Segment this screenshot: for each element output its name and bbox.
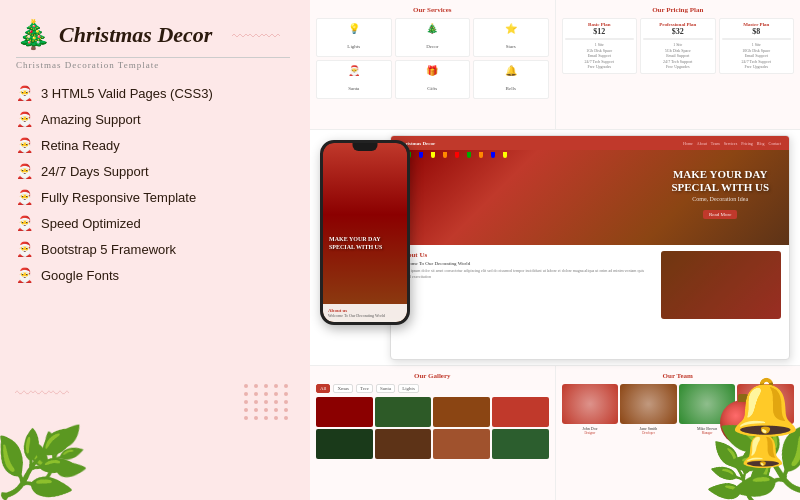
service-icon: 💡 [319, 23, 389, 34]
christmas-light [455, 152, 459, 158]
about-title: About Us [399, 251, 653, 259]
dot [264, 416, 268, 420]
team-member-role: Developer [620, 431, 677, 435]
service-icon: 🎁 [398, 65, 468, 76]
nav-link-contact: Contact [769, 141, 781, 146]
feature-text: Amazing Support [41, 112, 141, 127]
dots-decoration [244, 384, 290, 420]
dot [264, 408, 268, 412]
feature-text: 24/7 Days Support [41, 164, 149, 179]
about-image-overlay [661, 251, 781, 319]
feature-text: Bootstrap 5 Framework [41, 242, 176, 257]
gallery-filter-btn[interactable]: Xmas [333, 384, 353, 393]
dot [274, 392, 278, 396]
plan-features: 1 Site5Gb Disk SpaceEmail Support24/7 Te… [643, 42, 713, 70]
brand-subtitle: Christmas Decoration Template [16, 57, 290, 70]
about-text: About Us Welcome To Our Decorating World… [399, 251, 653, 319]
services-title: Our Services [316, 6, 549, 14]
dot [254, 408, 258, 412]
feature-text: Google Fonts [41, 268, 119, 283]
phone-bottom-bar: About us Welcome To Our Decorating World [323, 304, 407, 322]
about-body: Lorem ipsum dolor sit amet consectetur a… [399, 268, 653, 280]
service-label: Santa [348, 86, 359, 91]
feature-christmas-icon: 🎅 [16, 267, 33, 283]
feature-text: Fully Responsive Template [41, 190, 196, 205]
feature-item-bootstrap: 🎅Bootstrap 5 Framework [16, 236, 290, 262]
nav-link-pricing: Pricing [741, 141, 753, 146]
plan-price: $12 [565, 27, 635, 36]
dot [244, 408, 248, 412]
service-icon: ⭐ [476, 23, 546, 34]
service-icon: 🎄 [398, 23, 468, 34]
phone-about-sub: Welcome To Our Decorating World [328, 313, 402, 318]
christmas-light [491, 152, 495, 158]
service-card: ⭐Stars [473, 18, 549, 57]
services-screenshot: Our Services 💡Lights🎄Decor⭐Stars🎅Santa🎁G… [310, 0, 556, 129]
service-card: 🔔Bells [473, 60, 549, 99]
hero-read-more-button[interactable]: Read More [703, 210, 737, 219]
left-panel: 🎄 Christmas Decor Christmas Decoration T… [0, 0, 310, 500]
service-card: 🎁Gifts [395, 60, 471, 99]
dot [284, 416, 288, 420]
pricing-title: Our Pricing Plan [562, 6, 795, 14]
gallery-item [492, 429, 549, 459]
nav-link-services: Services [724, 141, 738, 146]
dot [274, 384, 278, 388]
team-member-photo [562, 384, 619, 424]
features-list: 🎅3 HTML5 Valid Pages (CSS3)🎅Amazing Supp… [16, 80, 290, 288]
gallery-filters: AllXmasTreeSantaLights [316, 384, 549, 393]
dot [284, 392, 288, 396]
feature-item-support247: 🎅24/7 Days Support [16, 158, 290, 184]
feature-item-speed: 🎅Speed Optimized [16, 210, 290, 236]
nav-link-team: Team [711, 141, 720, 146]
pricing-card: Master Plan $8 1 Site10Gb Disk SpaceEmai… [719, 18, 795, 74]
phone-mockup: MAKE YOUR DAYSPECIAL WITH US About us We… [320, 140, 410, 325]
dot [264, 400, 268, 404]
desktop-nav: Christmas Decor Home About Team Services… [391, 136, 789, 150]
dot [244, 384, 248, 388]
feature-christmas-icon: 🎅 [16, 189, 33, 205]
pricing-screenshot: Our Pricing Plan Basic Plan $12 1 Site1G… [556, 0, 801, 129]
desktop-mockup: Christmas Decor Home About Team Services… [390, 135, 790, 360]
dot [264, 384, 268, 388]
gallery-grid [316, 397, 549, 459]
feature-item-html5: 🎅3 HTML5 Valid Pages (CSS3) [16, 80, 290, 106]
team-member-role: Designer [562, 431, 619, 435]
pricing-grid: Basic Plan $12 1 Site1Gb Disk SpaceEmail… [562, 18, 795, 74]
feature-item-responsive: 🎅Fully Responsive Template [16, 184, 290, 210]
gallery-screenshot: Our Gallery AllXmasTreeSantaLights [310, 366, 556, 500]
gallery-filter-btn[interactable]: Tree [356, 384, 373, 393]
feature-item-retina: 🎅Retina Ready [16, 132, 290, 158]
hero-title: MAKE YOUR DAYSPECIAL WITH US [671, 168, 769, 194]
gallery-item [492, 397, 549, 427]
hero-subtitle: Come, Decoration Idea [671, 196, 769, 202]
gallery-filter-btn[interactable]: Lights [398, 384, 419, 393]
christmas-light [479, 152, 483, 158]
gallery-filter-btn[interactable]: All [316, 384, 330, 393]
gallery-filter-btn[interactable]: Santa [376, 384, 395, 393]
team-screenshot: Our Team John DoeDesignerJane SmithDevel… [556, 366, 801, 500]
christmas-light [431, 152, 435, 158]
dot [254, 400, 258, 404]
service-label: Bells [506, 86, 516, 91]
brand-title: Christmas Decor [59, 22, 212, 48]
feature-christmas-icon: 🎅 [16, 241, 33, 257]
nav-link-home: Home [683, 141, 693, 146]
plan-divider [565, 38, 635, 40]
wave-decoration: 〰〰〰 [232, 28, 280, 46]
brand-tree-icon: 🎄 [16, 18, 51, 51]
feature-text: Speed Optimized [41, 216, 141, 231]
ornament-ball [720, 400, 765, 445]
dot [244, 400, 248, 404]
dot [274, 400, 278, 404]
dot [254, 416, 258, 420]
service-label: Lights [347, 44, 360, 49]
gallery-item [316, 429, 373, 459]
christmas-light [443, 152, 447, 158]
feature-text: Retina Ready [41, 138, 120, 153]
dot [264, 392, 268, 396]
gallery-item [433, 429, 490, 459]
dot [254, 384, 258, 388]
plan-divider [643, 38, 713, 40]
service-label: Gifts [427, 86, 437, 91]
